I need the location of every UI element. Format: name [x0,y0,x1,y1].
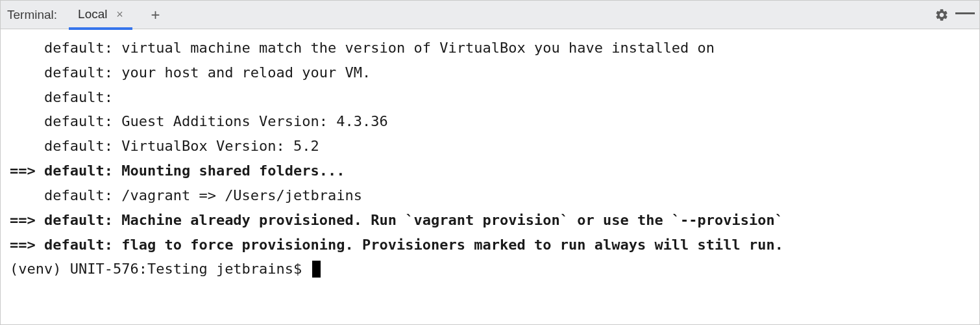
cursor [312,261,321,278]
terminal-line: default: your host and reload your VM. [10,60,970,85]
terminal-line: default: /vagrant => /Users/jetbrains [10,183,970,208]
terminal-line: ==> default: Machine already provisioned… [10,208,970,233]
terminal-panel: Terminal: Local × + — default: virtual m… [0,0,980,325]
terminal-title: Terminal: [7,8,57,22]
terminal-output[interactable]: default: virtual machine match the versi… [1,29,979,324]
terminal-line: default: [10,85,970,110]
tab-label: Local [78,7,107,21]
gear-icon[interactable] [933,6,951,24]
terminal-line: default: virtual machine match the versi… [10,36,970,60]
terminal-header: Terminal: Local × + — [1,1,979,29]
terminal-line: default: Guest Additions Version: 4.3.36 [10,109,970,134]
terminal-line: ==> default: flag to force provisioning.… [10,233,970,257]
terminal-line: default: VirtualBox Version: 5.2 [10,134,970,159]
minimize-icon[interactable]: — [956,6,974,24]
add-tab-button[interactable]: + [148,7,164,23]
close-icon[interactable]: × [114,8,126,20]
terminal-prompt[interactable]: (venv) UNIT-576:Testing jetbrains$ [10,257,970,281]
tab-local[interactable]: Local × [69,1,132,30]
terminal-line: ==> default: Mounting shared folders... [10,159,970,183]
